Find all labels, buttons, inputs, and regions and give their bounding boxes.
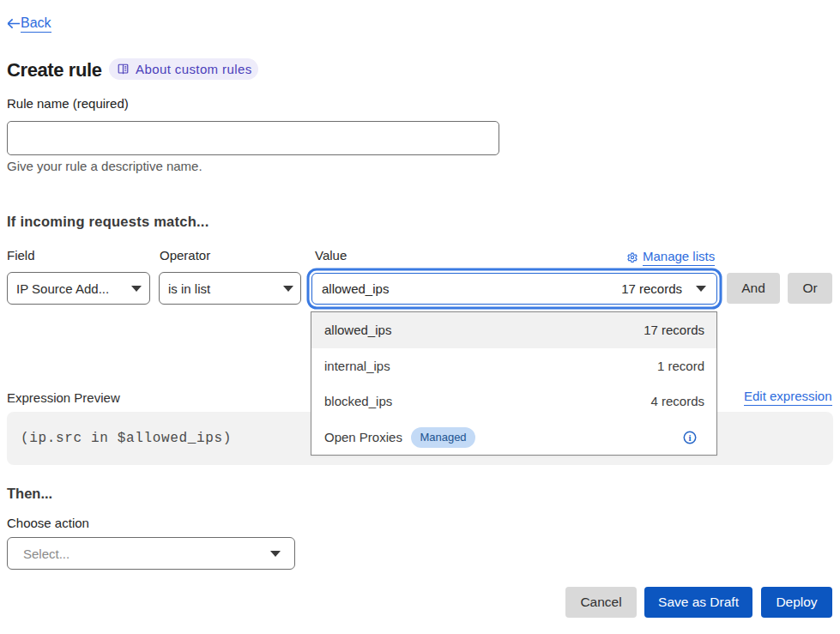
- svg-text:i: i: [688, 432, 691, 443]
